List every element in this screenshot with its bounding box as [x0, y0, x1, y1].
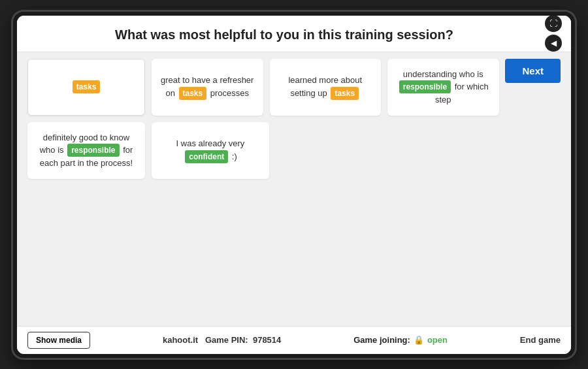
game-info: kahoot.it Game PIN: 978514 [163, 335, 281, 345]
header: What was most helpful to you in this tra… [17, 16, 571, 52]
kahoot-text: kahoot.it [163, 335, 198, 345]
card-3[interactable]: learned more about setting up tasks [270, 59, 382, 116]
card-4[interactable]: understanding who is responsible for whi… [387, 59, 499, 116]
end-game-button[interactable]: End game [520, 335, 561, 345]
volume-icon[interactable]: ◀ [545, 35, 562, 52]
game-joining-label: Game joining: [353, 335, 410, 345]
game-joining: Game joining: 🔒 open [353, 335, 448, 345]
game-pin-value: 978514 [253, 335, 281, 345]
tasks-tag-3: tasks [331, 87, 359, 100]
card-5-text: definitely good to know who is responsib… [35, 131, 137, 170]
card-2[interactable]: great to have a refresher on tasks proce… [152, 59, 263, 116]
bottom-bar: Show media kahoot.it Game PIN: 978514 Ga… [17, 326, 571, 354]
header-icons: ⛶ ◀ [545, 16, 562, 52]
cards-area: tasks great to have a refresher on tasks… [27, 59, 498, 179]
expand-icon[interactable]: ⛶ [545, 16, 562, 33]
show-media-button[interactable]: Show media [27, 332, 90, 349]
page-title: What was most helpful to you in this tra… [37, 27, 532, 42]
cards-row-1: tasks great to have a refresher on tasks… [27, 59, 498, 116]
card-1[interactable]: tasks [27, 59, 145, 116]
card-1-tag: tasks [71, 80, 102, 93]
card-5[interactable]: definitely good to know who is responsib… [27, 122, 145, 179]
card-6[interactable]: I was already very confident :) [152, 122, 269, 179]
device-frame: What was most helpful to you in this tra… [13, 12, 575, 358]
next-button[interactable]: Next [505, 59, 561, 83]
tasks-tag-2: tasks [179, 87, 207, 100]
card-4-text: understanding who is responsible for whi… [395, 68, 491, 106]
lock-icon: 🔒 [414, 335, 424, 345]
confident-tag: confident [185, 150, 228, 163]
screen: What was most helpful to you in this tra… [17, 16, 571, 354]
card-6-text: I was already very confident :) [159, 137, 261, 163]
cards-row-2: definitely good to know who is responsib… [27, 122, 498, 179]
card-3-text: learned more about setting up tasks [278, 74, 374, 100]
game-pin-label: Game PIN: [205, 335, 248, 345]
responsible-tag-2: responsible [67, 144, 119, 157]
card-2-text: great to have a refresher on tasks proce… [159, 74, 255, 100]
responsible-tag-1: responsible [399, 80, 451, 93]
tasks-tag-1: tasks [73, 80, 101, 93]
open-status: open [427, 335, 448, 345]
